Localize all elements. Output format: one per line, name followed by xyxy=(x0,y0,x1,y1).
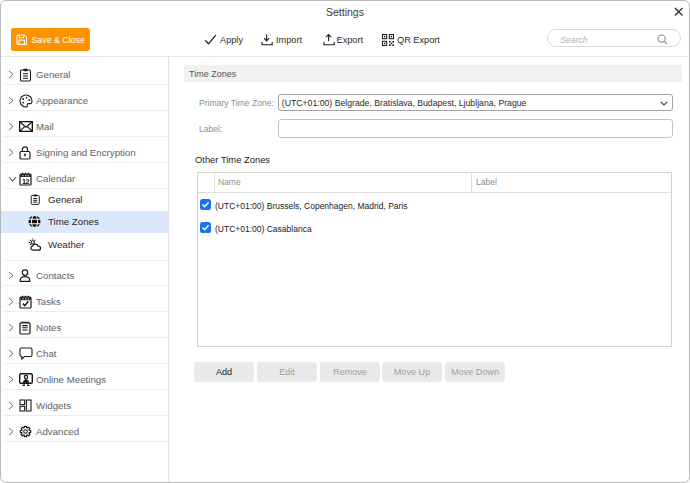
svg-text:12: 12 xyxy=(22,176,29,185)
